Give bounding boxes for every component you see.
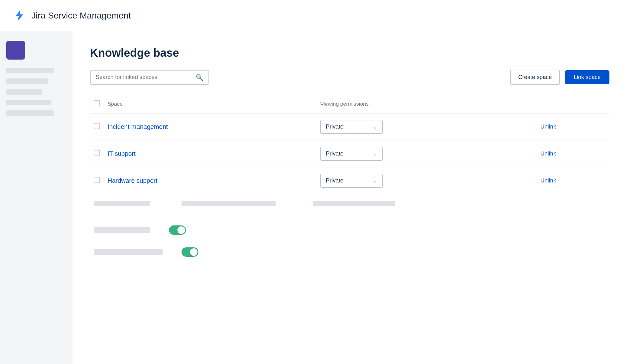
column-space: Space: [104, 95, 316, 113]
permissions-dropdown-0[interactable]: Private ⌄: [320, 120, 383, 134]
sidebar-item-1: [6, 68, 54, 73]
sidebar-item-2: [6, 78, 48, 84]
app-title: Jira Service Management: [31, 11, 131, 21]
header-checkbox-cell: [90, 95, 104, 113]
page-title: Knowledge base: [90, 46, 609, 60]
link-space-button[interactable]: Link space: [565, 70, 609, 84]
placeholder-row: [90, 194, 609, 213]
ph-block-1: [94, 201, 150, 206]
table-row: Hardware support Private ⌄ Unlink: [90, 167, 609, 194]
toolbar: 🔍 Create space Link space: [90, 70, 609, 85]
space-link-1[interactable]: IT support: [108, 150, 136, 157]
toggle-row-2: [90, 241, 609, 263]
unlink-button-2[interactable]: Unlink: [540, 177, 556, 184]
row-space-name-1: IT support: [104, 140, 316, 167]
row-permissions-cell-1: Private ⌄: [316, 140, 536, 167]
column-permissions: Viewing permissions: [316, 95, 536, 113]
row-checkbox-0[interactable]: [94, 123, 100, 129]
row-checkbox-cell-0: [90, 113, 104, 140]
sidebar-avatar[interactable]: [6, 41, 25, 60]
space-link-0[interactable]: Incident management: [108, 123, 168, 130]
app-header: Jira Service Management: [0, 0, 627, 31]
row-permissions-cell-2: Private ⌄: [316, 167, 536, 194]
row-unlink-cell-1: Unlink: [537, 140, 609, 167]
ph-block-2: [182, 201, 276, 206]
table-row: IT support Private ⌄ Unlink: [90, 140, 609, 167]
sidebar-item-4: [6, 100, 51, 105]
search-box[interactable]: 🔍: [90, 70, 209, 85]
row-unlink-cell-2: Unlink: [537, 167, 609, 194]
select-all-checkbox[interactable]: [94, 100, 100, 106]
column-actions: [537, 95, 609, 113]
permissions-dropdown-1[interactable]: Private ⌄: [320, 147, 383, 161]
row-space-name-2: Hardware support: [104, 167, 316, 194]
sidebar: [0, 31, 72, 364]
divider: [90, 216, 609, 216]
unlink-button-0[interactable]: Unlink: [540, 124, 556, 130]
row-space-name-0: Incident management: [104, 113, 316, 140]
spaces-table: Space Viewing permissions Incident manag…: [90, 95, 609, 194]
toggle-row-1: [90, 219, 609, 241]
row-permissions-cell-0: Private ⌄: [316, 113, 536, 140]
row-unlink-cell-0: Unlink: [537, 113, 609, 140]
permissions-value-1: Private: [326, 150, 343, 157]
main-layout: Knowledge base 🔍 Create space Link space…: [0, 31, 627, 364]
unlink-button-1[interactable]: Unlink: [540, 150, 556, 157]
toggle-label-2: [94, 249, 163, 255]
permissions-value-2: Private: [326, 177, 343, 184]
ph-block-3: [313, 201, 395, 206]
logo-area: Jira Service Management: [13, 9, 131, 23]
sidebar-item-3: [6, 89, 42, 95]
row-checkbox-cell-2: [90, 167, 104, 194]
create-space-button[interactable]: Create space: [510, 70, 560, 85]
permissions-dropdown-2[interactable]: Private ⌄: [320, 174, 383, 188]
jira-logo-icon: [13, 9, 26, 23]
sidebar-item-5: [6, 110, 54, 116]
space-link-2[interactable]: Hardware support: [108, 177, 157, 184]
toggle-switch-2[interactable]: [182, 247, 198, 257]
toggle-switch-1[interactable]: [169, 225, 186, 235]
search-input[interactable]: [96, 74, 192, 81]
permissions-value-0: Private: [326, 124, 343, 130]
chevron-down-icon-2: ⌄: [373, 178, 377, 183]
toggle-label-1: [94, 227, 150, 233]
chevron-down-icon-0: ⌄: [373, 124, 377, 129]
row-checkbox-2[interactable]: [94, 177, 100, 183]
main-content: Knowledge base 🔍 Create space Link space…: [72, 31, 627, 364]
table-header: Space Viewing permissions: [90, 95, 609, 113]
chevron-down-icon-1: ⌄: [373, 151, 377, 156]
table-row: Incident management Private ⌄ Unlink: [90, 113, 609, 140]
search-icon: 🔍: [196, 74, 203, 81]
row-checkbox-1[interactable]: [94, 150, 100, 156]
row-checkbox-cell-1: [90, 140, 104, 167]
